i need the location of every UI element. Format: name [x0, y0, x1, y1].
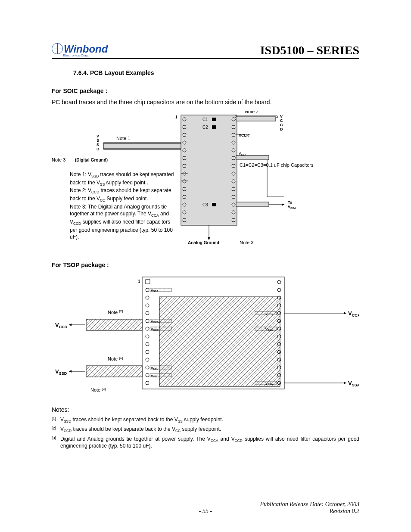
svg-text:1: 1: [175, 114, 178, 119]
svg-text:VSSD: VSSD: [55, 368, 67, 376]
soic-intro: PC board traces and the three chip capac…: [52, 99, 359, 106]
tsop-heading: For TSOP package :: [52, 261, 359, 268]
svg-text:C3: C3: [202, 202, 208, 207]
svg-text:C: C: [280, 123, 283, 127]
svg-text:V: V: [97, 134, 99, 138]
svg-rect-34: [212, 203, 216, 206]
footnote-1: [1] VSSD traces should be kept separated…: [52, 417, 359, 423]
soic-note2: Note 2: VCCD traces should be kept separ…: [70, 187, 178, 203]
document-title: ISD5100 – SERIES: [260, 44, 359, 57]
svg-text:C: C: [280, 118, 283, 123]
soic-note1: Note 1: VSSD traces should be kept separ…: [70, 171, 178, 187]
page: Winbond Electronics Corp. ISD5100 – SERI…: [0, 0, 411, 532]
svg-rect-33: [212, 125, 216, 129]
svg-rect-42: [103, 143, 181, 149]
svg-rect-45: [236, 202, 269, 206]
page-number: - 55 -: [52, 508, 359, 515]
soic-note3: Note 3: The Digital and Analog grounds t…: [70, 203, 178, 240]
svg-rect-0: [181, 115, 237, 225]
soic-heading: For SOIC package :: [52, 87, 359, 94]
svg-text:Analog Ground: Analog Ground: [188, 240, 219, 245]
svg-text:Note 3: Note 3: [52, 157, 65, 162]
svg-rect-43: [236, 117, 276, 121]
svg-text:Note [3]: Note [3]: [90, 387, 106, 392]
svg-text:(Digital Ground): (Digital Ground): [75, 158, 108, 162]
svg-text:S: S: [97, 138, 99, 143]
svg-text:VCCA: VCCA: [348, 310, 359, 317]
svg-text:C2: C2: [202, 125, 208, 130]
notes-heading: Notes:: [52, 406, 359, 413]
svg-text:Note [2]: Note [2]: [108, 309, 123, 315]
svg-text:Note [1]: Note [1]: [108, 356, 123, 361]
svg-text:D: D: [280, 127, 283, 131]
soic-notes-block: Note 1: VSSD traces should be kept separ…: [70, 171, 178, 240]
page-footer: Publication Release Date: October, 2003 …: [52, 501, 359, 515]
publication-date: Publication Release Date: October, 2003: [52, 501, 359, 508]
svg-text:VSSA: VSSA: [348, 380, 359, 387]
svg-text:Note 3: Note 3: [240, 240, 253, 245]
svg-text:VCCA: VCCA: [288, 205, 296, 209]
svg-rect-67: [159, 297, 280, 386]
svg-text:1: 1: [138, 279, 140, 284]
svg-rect-105: [86, 319, 142, 330]
soic-diagram: 1 C: [52, 111, 359, 253]
logo-text: Winbond: [64, 44, 108, 54]
svg-text:C1=C2=C3=0.1 uF chip Capacitor: C1=C2=C3=0.1 uF chip Capacitors: [240, 162, 314, 168]
svg-text:S: S: [97, 143, 99, 147]
svg-text:Note 2: Note 2: [245, 111, 258, 114]
svg-text:VCCD: VCCD: [55, 322, 68, 329]
svg-text:VSSA: VSSA: [239, 152, 246, 156]
tsop-diagram: 1: [52, 273, 359, 398]
logo: Winbond Electronics Corp.: [52, 43, 108, 57]
svg-rect-32: [212, 118, 216, 121]
globe-icon: [52, 43, 63, 54]
section-heading: 7.6.4. PCB Layout Examples: [73, 69, 359, 76]
svg-text:Note 1: Note 1: [116, 136, 130, 141]
svg-text:D: D: [97, 147, 100, 151]
footnote-3: [3] Digital and Analog grounds tie toget…: [52, 436, 359, 449]
svg-text:To: To: [288, 200, 293, 205]
svg-rect-106: [86, 366, 142, 377]
page-header: Winbond Electronics Corp. ISD5100 – SERI…: [52, 43, 359, 59]
svg-text:V: V: [280, 114, 283, 118]
footnote-2: [2] VCCD traces should be kept separate …: [52, 426, 359, 433]
svg-rect-44: [236, 156, 269, 160]
svg-text:C1: C1: [202, 117, 208, 122]
svg-text:XCLK: XCLK: [239, 133, 249, 137]
